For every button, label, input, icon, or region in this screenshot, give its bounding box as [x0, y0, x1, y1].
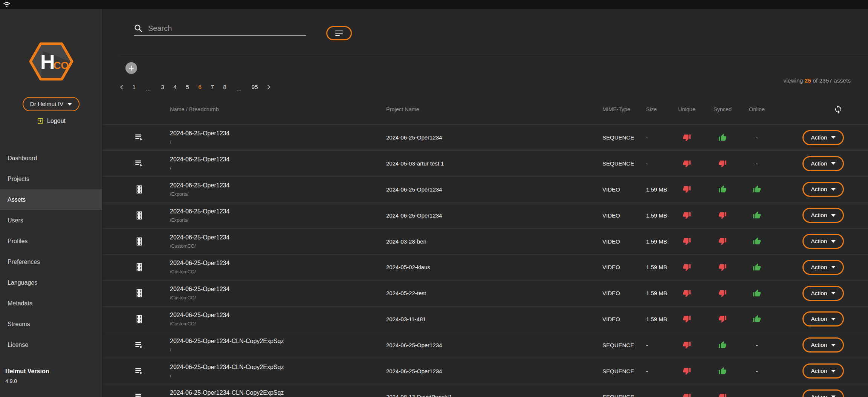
action-label: Action: [811, 342, 827, 348]
chevron-down-icon: [831, 318, 836, 320]
sidebar-item-dashboard[interactable]: Dashboard: [0, 148, 102, 169]
table-row[interactable]: 2024-06-25-Oper1234-CLN-Copy2ExpSqz / 20…: [103, 384, 868, 397]
sidebar-item-streams[interactable]: Streams: [0, 314, 102, 334]
synced-status: -: [700, 133, 745, 142]
pagination-page-8[interactable]: 8: [219, 84, 231, 90]
sidebar-item-languages[interactable]: Languages: [0, 272, 102, 293]
thumb-up-icon: [753, 315, 761, 323]
asset-size: -: [646, 394, 673, 397]
pagination-page-7[interactable]: 7: [206, 84, 219, 90]
mime-type: VIDEO: [602, 316, 646, 322]
table-row[interactable]: 2024-06-25-Oper1234 /CustomCO/ 2024-03-1…: [103, 306, 868, 332]
asset-name: 2024-06-25-Oper1234: [170, 260, 386, 267]
action-button[interactable]: Action: [802, 311, 844, 326]
asset-type-cell: [134, 366, 170, 376]
page-number: 3: [161, 84, 164, 90]
unique-status: -: [673, 341, 700, 349]
pagination-page-4[interactable]: 4: [169, 84, 181, 90]
action-button[interactable]: Action: [802, 337, 844, 353]
action-button[interactable]: Action: [802, 286, 844, 301]
table-row[interactable]: 2024-06-25-Oper1234-CLN-Copy2ExpSqz / 20…: [103, 358, 868, 384]
sidebar-item-users[interactable]: Users: [0, 210, 102, 231]
action-button[interactable]: Action: [802, 234, 844, 249]
table-row[interactable]: 2024-06-25-Oper1234 /Exports/ 2024-06-25…: [103, 176, 868, 202]
table-row[interactable]: 2024-06-25-Oper1234 / 2024-06-25-Oper123…: [103, 124, 868, 150]
pagination-next[interactable]: [262, 84, 275, 90]
table-row[interactable]: 2024-06-25-Oper1234 /Exports/ 2024-06-25…: [103, 202, 868, 228]
table-row[interactable]: 2024-06-25-Oper1234 / 2024-05-03-artur t…: [103, 150, 868, 176]
pagination-page-1[interactable]: 1: [128, 84, 140, 90]
action-button[interactable]: Action: [802, 389, 844, 397]
sidebar-item-projects[interactable]: Projects: [0, 169, 102, 189]
asset-breadcrumb: /Exports/: [170, 218, 386, 223]
pagination-ellipsis[interactable]: ...: [233, 82, 245, 92]
mime-type: SEQUENCE: [602, 160, 646, 167]
asset-type-cell: [134, 314, 170, 324]
action-button[interactable]: Action: [802, 182, 844, 197]
asset-name-cell: 2024-06-25-Oper1234 /CustomCO/: [170, 260, 386, 274]
chevron-down-icon: [831, 136, 836, 139]
unique-status: -: [673, 289, 700, 297]
action-label: Action: [811, 160, 827, 167]
asset-name: 2024-06-25-Oper1234-CLN-Copy2ExpSqz: [170, 364, 386, 371]
asset-type-cell: [134, 236, 170, 247]
sidebar-item-license[interactable]: License: [0, 334, 102, 355]
action-button[interactable]: Action: [802, 156, 844, 171]
refresh-button[interactable]: [834, 105, 843, 114]
project-name: 2024-03-28-ben: [386, 238, 602, 245]
search-input[interactable]: [147, 24, 306, 33]
user-menu-button[interactable]: Dr Helmut IV: [23, 97, 80, 111]
action-button[interactable]: Action: [802, 260, 844, 275]
action-button[interactable]: Action: [802, 363, 844, 379]
page-number: 7: [211, 84, 214, 90]
header-synced: Synced: [700, 106, 745, 112]
table-row[interactable]: 2024-06-25-Oper1234-CLN-Copy2ExpSqz / 20…: [103, 332, 868, 358]
action-button[interactable]: Action: [802, 208, 844, 223]
viewing-count[interactable]: 25: [805, 77, 811, 84]
sidebar-item-label: Preferences: [8, 259, 40, 265]
refresh-icon: [834, 105, 843, 114]
pagination-prev[interactable]: [115, 84, 128, 90]
action-label: Action: [811, 368, 827, 374]
pagination-page-3[interactable]: 3: [156, 84, 169, 90]
page-number: ...: [237, 86, 241, 92]
page-number: 4: [173, 84, 177, 90]
pagination-page-5[interactable]: 5: [181, 84, 194, 90]
add-asset-button[interactable]: +: [125, 62, 137, 74]
version-number: 4.9.0: [5, 378, 49, 384]
asset-name-cell: 2024-06-25-Oper1234-CLN-Copy2ExpSqz /: [170, 364, 386, 379]
thumb-up-icon: [753, 185, 761, 193]
asset-name-cell: 2024-06-25-Oper1234-CLN-Copy2ExpSqz /: [170, 338, 386, 353]
asset-type-cell: [134, 340, 170, 350]
asset-type-cell: [134, 158, 170, 169]
pagination-ellipsis[interactable]: ...: [142, 82, 154, 92]
sidebar-item-preferences[interactable]: Preferences: [0, 251, 102, 272]
sidebar-item-profiles[interactable]: Profiles: [0, 231, 102, 251]
thumb-down-icon: [718, 211, 727, 219]
asset-size: 1.59 MB: [646, 238, 673, 245]
action-button[interactable]: Action: [802, 130, 844, 145]
asset-name-cell: 2024-06-25-Oper1234 /Exports/: [170, 182, 386, 197]
asset-name: 2024-06-25-Oper1234: [170, 208, 386, 215]
thumb-down-icon: [683, 185, 691, 193]
action-cell: Action: [769, 389, 868, 397]
header-online: Online: [745, 106, 769, 112]
pagination-page-6[interactable]: 6: [194, 84, 206, 90]
filter-button[interactable]: [326, 26, 352, 40]
asset-type-cell: [134, 288, 170, 298]
pagination-page-95[interactable]: 95: [247, 84, 262, 90]
asset-size: 1.59 MB: [646, 264, 673, 270]
table-row[interactable]: 2024-06-25-Oper1234 /CustomCO/ 2024-05-2…: [103, 280, 868, 306]
chevron-right-icon: [265, 84, 272, 90]
table-row[interactable]: 2024-06-25-Oper1234 /CustomCO/ 2024-05-0…: [103, 254, 868, 280]
thumb-down-icon: [718, 289, 727, 297]
sidebar-item-metadata[interactable]: Metadata: [0, 293, 102, 314]
asset-name-cell: 2024-06-25-Oper1234 /Exports/: [170, 208, 386, 223]
status-dash: -: [756, 160, 758, 167]
chevron-down-icon: [831, 240, 836, 243]
thumb-down-icon: [683, 341, 691, 349]
sidebar-item-assets[interactable]: Assets: [0, 189, 102, 210]
thumb-up-icon: [753, 237, 761, 245]
table-row[interactable]: 2024-06-25-Oper1234 /CustomCO/ 2024-03-2…: [103, 228, 868, 254]
logout-button[interactable]: Logout: [34, 117, 68, 125]
